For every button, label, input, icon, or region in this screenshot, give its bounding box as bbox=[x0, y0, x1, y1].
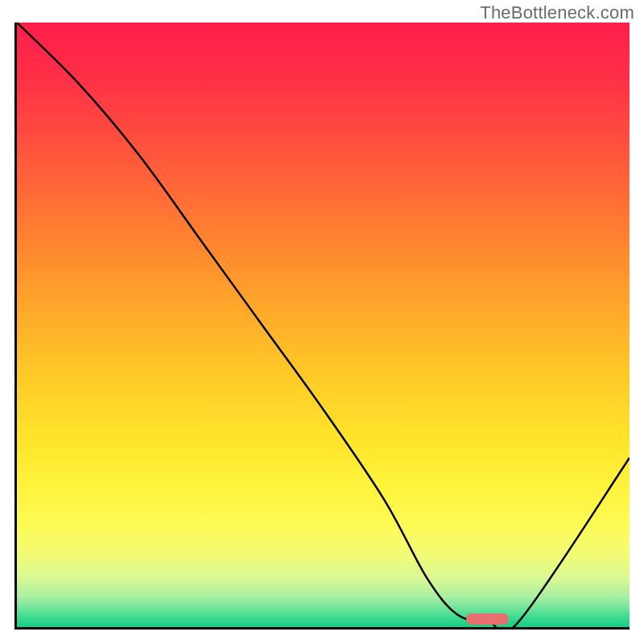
highlight-marker bbox=[466, 613, 509, 625]
chart-plot-area bbox=[14, 23, 630, 630]
watermark-text: TheBottleneck.com bbox=[480, 2, 634, 23]
chart-line-path bbox=[17, 23, 630, 627]
